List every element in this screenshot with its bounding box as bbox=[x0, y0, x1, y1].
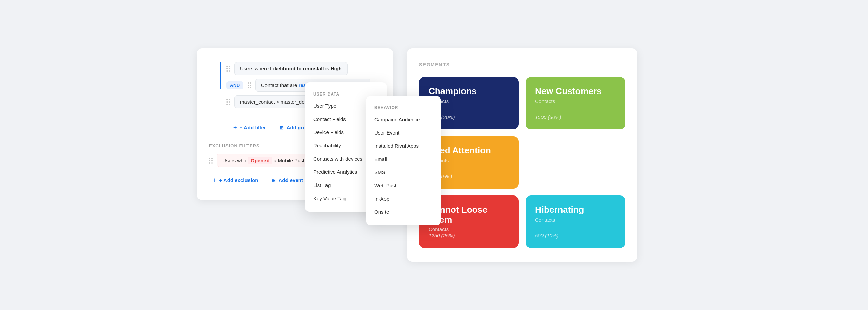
dropdown-item-onsite[interactable]: Onsite bbox=[366, 205, 441, 219]
drag-handle-1[interactable] bbox=[226, 66, 230, 72]
drag-handle-excl[interactable] bbox=[209, 158, 213, 164]
dropdown-item-email[interactable]: Email bbox=[366, 152, 441, 166]
segment-hibernating-sub: Contacts bbox=[535, 217, 616, 223]
segment-hibernating-count: 500 (10%) bbox=[535, 233, 616, 239]
dropdown-item-campaign-audience[interactable]: Campaign Audience bbox=[366, 113, 441, 126]
filter-chip-1: Users where Likelihood to uninstall is H… bbox=[234, 62, 348, 75]
behavior-section-label: BEHAVIOR bbox=[366, 103, 441, 113]
segment-cannot-loose-sub: Contacts bbox=[429, 226, 509, 232]
segment-cannot-loose-count: 1250 (25%) bbox=[429, 233, 509, 239]
add-event-button[interactable]: ⊞ Add event bbox=[268, 174, 307, 186]
and-label: AND bbox=[226, 81, 243, 89]
dropdown-item-user-event[interactable]: User Event bbox=[366, 126, 441, 139]
segment-new-customers-sub: Contacts bbox=[535, 98, 616, 104]
segments-grid: Champions Contacts 1000 (20%) New Custom… bbox=[419, 77, 625, 248]
filter-panel: Users where Likelihood to uninstall is H… bbox=[197, 48, 393, 200]
main-container: Users where Likelihood to uninstall is H… bbox=[197, 48, 671, 262]
segment-card-hibernating[interactable]: Hibernating Contacts 500 (10%) bbox=[526, 195, 625, 248]
segment-card-new-customers[interactable]: New Customers Contacts 1500 (30%) bbox=[526, 77, 625, 129]
dropdown-item-installed-rival[interactable]: Installed Rival Apps bbox=[366, 139, 441, 152]
filter3-text: master_contact > master_device bbox=[240, 99, 314, 105]
segment-hibernating-name: Hibernating bbox=[535, 205, 616, 215]
filter1-value: High bbox=[331, 66, 342, 71]
segment-new-customers-name: New Customers bbox=[535, 86, 616, 96]
drag-handle-2[interactable] bbox=[248, 82, 251, 88]
segment-new-customers-count: 1500 (30%) bbox=[535, 114, 616, 120]
segments-title: SEGMENTS bbox=[419, 62, 625, 67]
filter1-field: Likelihood to uninstall bbox=[270, 66, 324, 71]
add-exclusion-button[interactable]: + + Add exclusion bbox=[209, 174, 262, 186]
filter-bracket bbox=[220, 62, 221, 89]
segments-panel: SEGMENTS Champions Contacts 1000 (20%) N… bbox=[407, 48, 637, 262]
drag-handle-3[interactable] bbox=[226, 99, 230, 105]
add-exclusion-label: + Add exclusion bbox=[219, 177, 258, 183]
exclusion-action: Opened bbox=[248, 157, 272, 164]
dropdown-item-in-app[interactable]: In-App bbox=[366, 192, 441, 205]
dropdown-item-web-push[interactable]: Web Push bbox=[366, 179, 441, 192]
behavior-dropdown: BEHAVIOR Campaign Audience User Event In… bbox=[366, 96, 441, 225]
exclusion-chip-1: Users who Opened a Mobile Push on bbox=[217, 154, 319, 167]
dropdown-item-sms[interactable]: SMS bbox=[366, 166, 441, 179]
add-filter-button[interactable]: + + Add filter bbox=[229, 121, 270, 134]
add-event-label: Add event bbox=[278, 177, 303, 183]
segment-champions-name: Champions bbox=[429, 86, 509, 96]
